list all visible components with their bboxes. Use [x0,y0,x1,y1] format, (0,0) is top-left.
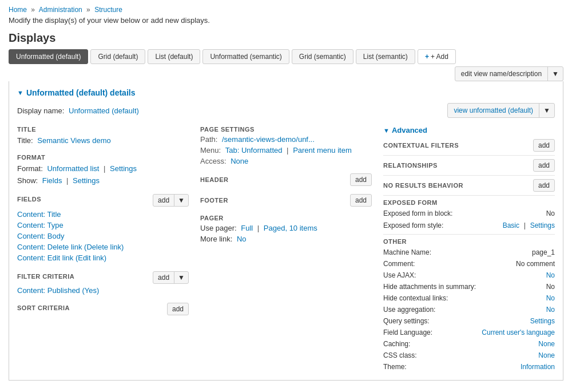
menu-label: Menu: [200,146,221,155]
fields-add-btn[interactable]: add ▼ [153,194,189,207]
query-settings-value[interactable]: Settings [530,317,555,325]
use-pager-label: Use pager: [200,224,237,232]
displays-heading: Displays [9,31,563,45]
display-name-value[interactable]: Unformatted (default) [69,106,139,115]
title-value-link[interactable]: Semantic Views demo [37,136,110,145]
query-settings-label: Query settings: [383,317,430,325]
contextual-add-btn[interactable]: add [533,139,555,152]
access-value[interactable]: None [231,157,248,165]
exposed-style-basic[interactable]: Basic [503,221,519,229]
filter-add-arrow[interactable]: ▼ [174,272,188,283]
field-language-row: Field Language: Current user's language [383,327,555,338]
exposed-style-row: Exposed form style: Basic | Settings [383,220,555,231]
field-language-label: Field Language: [383,328,432,336]
edit-view-dropdown-arrow[interactable]: ▼ [547,67,563,81]
field-language-value[interactable]: Current user's language [482,328,555,336]
tab-grid-semantic[interactable]: Grid (semantic) [292,49,353,64]
path-value[interactable]: /semantic-views-demo/unf... [222,135,315,144]
breadcrumb-admin-link[interactable]: Administration [39,6,82,14]
hide-attach-value: No [546,283,555,291]
section-title-text: Unformatted (default) details [26,88,136,97]
ajax-row: Use AJAX: No [383,270,555,280]
show-settings-link[interactable]: Settings [73,176,100,185]
filter-add-btn[interactable]: add ▼ [153,271,189,284]
field-item-1: Content: Type [17,220,189,231]
comment-row: Comment: No comment [383,259,555,269]
filter-add-label[interactable]: add [153,272,174,283]
header-row: HEADER add [200,173,372,186]
footer-add-btn[interactable]: add [350,194,372,207]
more-link-value[interactable]: No [237,235,247,243]
fields-add-label[interactable]: add [153,195,174,206]
sep2: » [86,6,90,14]
css-class-value[interactable]: None [538,351,555,359]
machine-name-label: Machine Name: [383,248,431,256]
header-heading: HEADER [200,176,228,183]
more-link-row: More link: No [200,235,372,243]
title-label: Title: [17,136,33,145]
title-section: TITLE Title: Semantic Views demo [17,126,189,146]
format-settings-link[interactable]: Settings [110,164,137,173]
fields-heading: FIELDS [17,196,41,203]
footer-row: FOOTER add [200,194,372,207]
field-item-3: Content: Delete link (Delete link) [17,241,189,252]
main-panel: ▼ Unformatted (default) details Display … [9,81,563,381]
no-results-row: NO RESULTS BEHAVIOR add [383,179,555,192]
tab-unformatted-default[interactable]: Unformatted (default) [9,49,88,64]
use-pager-paged[interactable]: Paged, 10 items [264,224,317,232]
menu-parent-link[interactable]: Parent menu item [293,146,352,155]
view-default-btn[interactable]: view unformatted (default) ▼ [447,103,555,118]
sort-add-btn[interactable]: add [167,303,189,315]
view-btn-label: view unformatted (default) [448,104,539,117]
theme-value[interactable]: Information [521,363,555,371]
tab-unformatted-semantic[interactable]: Unformatted (semantic) [202,49,289,64]
pager-section: PAGER Use pager: Full | Paged, 10 items … [200,215,372,243]
menu-tab-link[interactable]: Tab: Unformatted [225,146,283,155]
breadcrumb-home-link[interactable]: Home [9,6,27,14]
header-add-btn[interactable]: add [350,173,372,186]
machine-name-value: page_1 [532,248,555,256]
use-aggregation-label: Use aggregation: [383,306,435,314]
filter-item-0: Content: Published (Yes) [17,286,189,295]
relationships-add-btn[interactable]: add [533,159,555,172]
view-btn-arrow[interactable]: ▼ [539,104,554,117]
format-link[interactable]: Unformatted list [47,164,99,173]
use-pager-row: Use pager: Full | Paged, 10 items [200,224,372,232]
edit-view-btn[interactable]: edit view name/description ▼ [455,66,563,81]
tabs-bar: Unformatted (default) Grid (default) Lis… [9,49,563,81]
page-settings-section: PAGE SETTINGS Path: /semantic-views-demo… [200,126,372,165]
tab-list-default[interactable]: List (default) [148,49,200,64]
exposed-form-heading: EXPOSED FORM [383,199,555,206]
css-class-row: CSS class: None [383,350,555,361]
use-aggregation-value[interactable]: No [546,306,555,314]
caching-value[interactable]: None [538,340,555,348]
no-results-add-btn[interactable]: add [533,179,555,192]
exposed-in-block-row: Exposed form in block: No [383,208,555,219]
tab-add[interactable]: ++ Add [418,49,456,64]
comment-label: Comment: [383,260,415,268]
ajax-value[interactable]: No [546,271,555,279]
filter-heading: FILTER CRITERIA [17,273,74,280]
ajax-label: Use AJAX: [383,271,416,279]
advanced-triangle-icon: ▼ [383,127,390,134]
show-link[interactable]: Fields [42,176,62,185]
contextual-filters-heading: CONTEXTUAL FILTERS [383,142,459,149]
sep1: » [31,6,35,14]
exposed-style-settings[interactable]: Settings [530,221,555,229]
format-section: FORMAT Format: Unformatted list | Settin… [17,154,189,186]
tab-list-semantic[interactable]: List (semantic) [356,49,415,64]
breadcrumb-structure-link[interactable]: Structure [94,6,122,14]
show-row: Show: Fields | Settings [17,175,189,186]
fields-add-arrow[interactable]: ▼ [174,195,188,206]
more-link-label: More link: [200,235,232,243]
use-pager-full[interactable]: Full [241,224,253,232]
hide-contextual-label: Hide contextual links: [383,294,448,302]
menu-row: Menu: Tab: Unformatted | Parent menu ite… [200,146,372,155]
css-class-label: CSS class: [383,351,417,359]
theme-row: Theme: Information [383,362,555,372]
hide-contextual-value[interactable]: No [546,294,555,302]
path-label: Path: [200,135,217,144]
advanced-title-text[interactable]: Advanced [392,126,427,134]
tab-grid-default[interactable]: Grid (default) [90,49,145,64]
plus-icon: + [425,53,429,61]
